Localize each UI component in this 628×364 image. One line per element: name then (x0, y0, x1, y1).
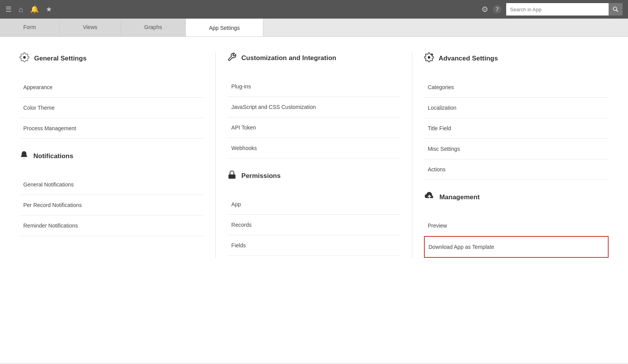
lock-icon (227, 170, 237, 182)
menu-item-actions[interactable]: Actions (424, 159, 609, 180)
advanced-settings-title: Advanced Settings (439, 55, 498, 62)
menu-item-app-permissions[interactable]: App (227, 194, 400, 215)
tabs-row: Form Views Graphs App Settings (0, 19, 628, 37)
menu-item-api-token[interactable]: API Token (227, 117, 400, 138)
customization-title: Customization and Integration (241, 54, 336, 62)
tab-graphs[interactable]: Graphs (121, 19, 186, 36)
general-settings-header: General Settings (19, 52, 204, 69)
tab-views[interactable]: Views (60, 19, 121, 36)
gear-icon (19, 52, 29, 65)
home-icon[interactable]: ⌂ (19, 5, 23, 14)
menu-item-js-css[interactable]: JavaScript and CSS Customization (227, 97, 400, 117)
search-input[interactable] (506, 7, 609, 12)
management-header: Management (424, 191, 609, 208)
help-icon[interactable]: ? (493, 5, 502, 14)
svg-point-3 (427, 56, 430, 59)
menu-icon[interactable]: ☰ (5, 5, 12, 14)
menu-item-process-management[interactable]: Process Management (19, 118, 204, 139)
search-button[interactable] (609, 3, 623, 16)
notifications-header: Notifications (19, 150, 204, 167)
svg-point-0 (613, 7, 617, 10)
menu-item-title-field[interactable]: Title Field (424, 118, 609, 139)
menu-item-fields[interactable]: Fields (227, 235, 400, 256)
menu-item-categories[interactable]: Categories (424, 77, 609, 98)
tab-form[interactable]: Form (0, 19, 60, 36)
menu-item-per-record-notifications[interactable]: Per Record Notifications (19, 195, 204, 216)
menu-item-reminder-notifications[interactable]: Reminder Notifications (19, 216, 204, 236)
management-title: Management (439, 193, 480, 201)
general-settings-title: General Settings (34, 55, 87, 62)
column-general: General Settings Appearance Color Theme … (19, 52, 216, 258)
menu-item-color-theme[interactable]: Color Theme (19, 98, 204, 118)
permissions-header: Permissions (227, 170, 400, 186)
column-customization: Customization and Integration Plug-ins J… (216, 52, 412, 258)
advanced-gear-icon (424, 52, 434, 65)
menu-item-preview[interactable]: Preview (424, 216, 609, 236)
search-box (506, 3, 623, 16)
menu-item-misc-settings[interactable]: Misc Settings (424, 139, 609, 159)
menu-item-localization[interactable]: Localization (424, 98, 609, 118)
bell-icon (19, 150, 29, 162)
advanced-settings-header: Advanced Settings (424, 52, 609, 69)
menu-item-general-notifications[interactable]: General Notifications (19, 174, 204, 195)
main-content: General Settings Appearance Color Theme … (0, 37, 628, 363)
navbar: ☰ ⌂ 🔔 ★ ⚙ ? (0, 0, 628, 19)
customization-header: Customization and Integration (227, 52, 400, 69)
settings-icon[interactable]: ⚙ (481, 5, 488, 14)
star-icon[interactable]: ★ (46, 5, 52, 14)
columns-container: General Settings Appearance Color Theme … (19, 52, 609, 258)
column-advanced: Advanced Settings Categories Localizatio… (412, 52, 609, 258)
bell-icon[interactable]: 🔔 (30, 5, 39, 14)
menu-item-webhooks[interactable]: Webhooks (227, 138, 400, 159)
wrench-icon (227, 52, 237, 64)
svg-line-1 (616, 10, 618, 12)
cloud-icon (424, 191, 435, 203)
svg-rect-2 (228, 174, 235, 179)
menu-item-appearance[interactable]: Appearance (19, 77, 204, 98)
menu-item-records[interactable]: Records (227, 215, 400, 235)
navbar-right: ⚙ ? (481, 3, 623, 16)
permissions-title: Permissions (241, 172, 280, 180)
tab-app-settings[interactable]: App Settings (186, 19, 263, 36)
menu-item-download-template[interactable]: Download App as Template (424, 236, 609, 258)
notifications-title: Notifications (33, 152, 73, 160)
menu-item-plugins[interactable]: Plug-ins (227, 76, 400, 97)
